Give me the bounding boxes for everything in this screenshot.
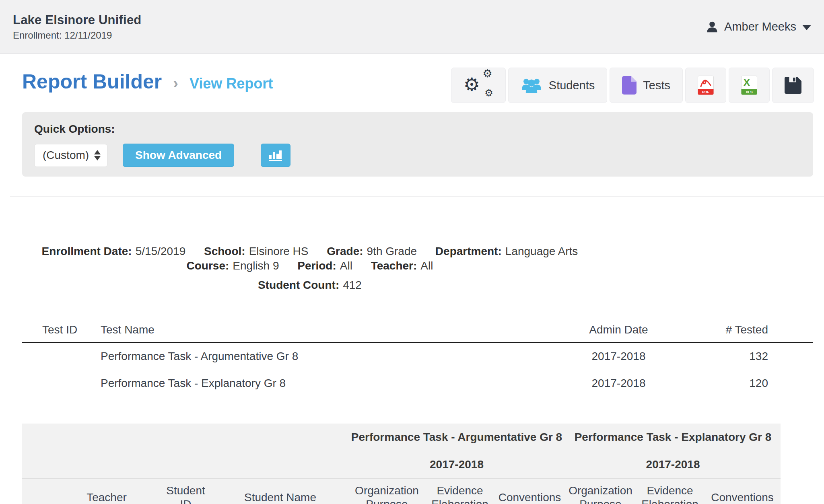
select-arrows-icon bbox=[94, 150, 101, 160]
num-tested-cell: 120 bbox=[702, 370, 813, 397]
district-name: Lake Elsinore Unified bbox=[13, 13, 141, 27]
title-row: Report Builder › View Report ⚙⚙⚙ Student… bbox=[22, 68, 814, 104]
col-num-tested: # Tested bbox=[702, 317, 813, 342]
preset-select[interactable]: (Custom) bbox=[34, 144, 107, 167]
col-conventions-1: Conventions bbox=[494, 478, 565, 504]
options-button[interactable]: ⚙⚙⚙ bbox=[451, 68, 506, 103]
breadcrumb: Report Builder › View Report bbox=[22, 68, 273, 93]
summary-field: Course:English 9 bbox=[187, 259, 279, 272]
results-group-header-row: Performance Task - Argumentative Gr 8 Pe… bbox=[22, 424, 781, 451]
save-icon bbox=[785, 77, 801, 94]
chart-view-button[interactable] bbox=[261, 144, 290, 167]
col-conventions-2: Conventions bbox=[704, 478, 781, 504]
results-column-header-row: Teacher Student ID Student Name Organiza… bbox=[22, 478, 781, 504]
test-id-cell bbox=[22, 370, 93, 397]
user-name: Amber Meeks bbox=[724, 20, 796, 33]
user-menu[interactable]: Amber Meeks bbox=[706, 20, 811, 33]
test-id-cell bbox=[22, 342, 93, 370]
students-button-label: Students bbox=[549, 79, 595, 92]
export-xls-button[interactable]: XLS X bbox=[729, 68, 770, 103]
col-test-id: Test ID bbox=[22, 317, 93, 342]
year-header-test-1: 2017-2018 bbox=[348, 451, 565, 478]
show-advanced-label: Show Advanced bbox=[135, 149, 222, 162]
breadcrumb-current[interactable]: View Report bbox=[190, 75, 273, 92]
group-header-test-2: Performance Task - Explanatory Gr 8 bbox=[565, 424, 781, 451]
users-icon bbox=[521, 77, 542, 94]
table-row: Performance Task - Argumentative Gr 8 20… bbox=[22, 342, 813, 370]
test-name-cell: Performance Task - Argumentative Gr 8 bbox=[93, 342, 535, 370]
col-evidence-1: Evidence Elaboration bbox=[426, 478, 494, 504]
tests-table-header-row: Test ID Test Name Admin Date # Tested bbox=[22, 317, 813, 342]
year-header-test-2: 2017-2018 bbox=[565, 451, 781, 478]
svg-text:X: X bbox=[743, 76, 750, 88]
user-icon bbox=[706, 21, 718, 33]
pdf-export-icon: PDF bbox=[698, 76, 714, 95]
xls-export-icon: XLS X bbox=[741, 76, 757, 95]
summary-field: Department:Language Arts bbox=[435, 245, 578, 257]
file-icon bbox=[622, 76, 637, 95]
year-header-spacer bbox=[22, 451, 348, 478]
results-table: Performance Task - Argumentative Gr 8 Pe… bbox=[22, 424, 781, 504]
tests-button[interactable]: Tests bbox=[610, 68, 683, 103]
save-button[interactable] bbox=[772, 68, 814, 103]
bar-chart-icon bbox=[269, 149, 282, 162]
svg-text:XLS: XLS bbox=[746, 90, 753, 94]
chevron-down-icon bbox=[802, 25, 811, 30]
svg-text:PDF: PDF bbox=[702, 90, 710, 94]
admin-date-cell: 2017-2018 bbox=[535, 342, 702, 370]
test-name-cell: Performance Task - Explanatory Gr 8 bbox=[93, 370, 535, 397]
report-summary: Enrollment Date:5/15/2019 School:Elsinor… bbox=[22, 244, 597, 292]
col-teacher: Teacher bbox=[54, 478, 159, 504]
quick-options-panel: Quick Options: (Custom) Show Advanced bbox=[22, 112, 813, 177]
col-org-purpose-1: Organization Purpose bbox=[348, 478, 426, 504]
col-student-name: Student Name bbox=[212, 478, 348, 504]
col-student-id: Student ID bbox=[159, 478, 212, 504]
students-button[interactable]: Students bbox=[508, 68, 607, 103]
col-test-name: Test Name bbox=[93, 317, 535, 342]
preset-select-value: (Custom) bbox=[43, 149, 89, 162]
group-header-spacer bbox=[22, 424, 348, 451]
group-header-test-1: Performance Task - Argumentative Gr 8 bbox=[348, 424, 565, 451]
results-year-header-row: 2017-2018 2017-2018 bbox=[22, 451, 781, 478]
summary-field: Grade:9th Grade bbox=[327, 245, 417, 257]
summary-field: Period:All bbox=[297, 259, 352, 272]
col-row-spacer bbox=[22, 478, 54, 504]
quick-options-label: Quick Options: bbox=[34, 123, 801, 136]
summary-field: Enrollment Date:5/15/2019 bbox=[42, 245, 186, 257]
num-tested-cell: 132 bbox=[702, 342, 813, 370]
district-block: Lake Elsinore Unified Enrollment: 12/11/… bbox=[13, 13, 141, 41]
cogs-icon: ⚙⚙⚙ bbox=[464, 74, 493, 97]
tests-button-label: Tests bbox=[643, 79, 670, 92]
col-admin-date: Admin Date bbox=[535, 317, 702, 342]
show-advanced-button[interactable]: Show Advanced bbox=[123, 144, 234, 167]
top-bar: Lake Elsinore Unified Enrollment: 12/11/… bbox=[0, 0, 824, 54]
section-divider bbox=[10, 196, 824, 197]
student-count: Student Count:412 bbox=[22, 278, 597, 292]
export-pdf-button[interactable]: PDF bbox=[685, 68, 726, 103]
quick-options-controls: (Custom) Show Advanced bbox=[34, 144, 801, 167]
tests-table: Test ID Test Name Admin Date # Tested Pe… bbox=[22, 317, 813, 397]
summary-line: Enrollment Date:5/15/2019 School:Elsinor… bbox=[22, 244, 597, 273]
summary-field: Teacher:All bbox=[371, 259, 433, 272]
page-title[interactable]: Report Builder bbox=[22, 70, 162, 93]
report-toolbar: ⚙⚙⚙ Students bbox=[451, 68, 814, 103]
summary-field: School:Elsinore HS bbox=[204, 245, 309, 257]
col-evidence-2: Evidence Elaboration bbox=[636, 478, 704, 504]
enrollment-date-label: Enrollment: 12/11/2019 bbox=[13, 30, 141, 41]
table-row: Performance Task - Explanatory Gr 8 2017… bbox=[22, 370, 813, 397]
col-org-purpose-2: Organization Purpose bbox=[565, 478, 636, 504]
chevron-right-icon: › bbox=[173, 75, 178, 92]
admin-date-cell: 2017-2018 bbox=[535, 370, 702, 397]
